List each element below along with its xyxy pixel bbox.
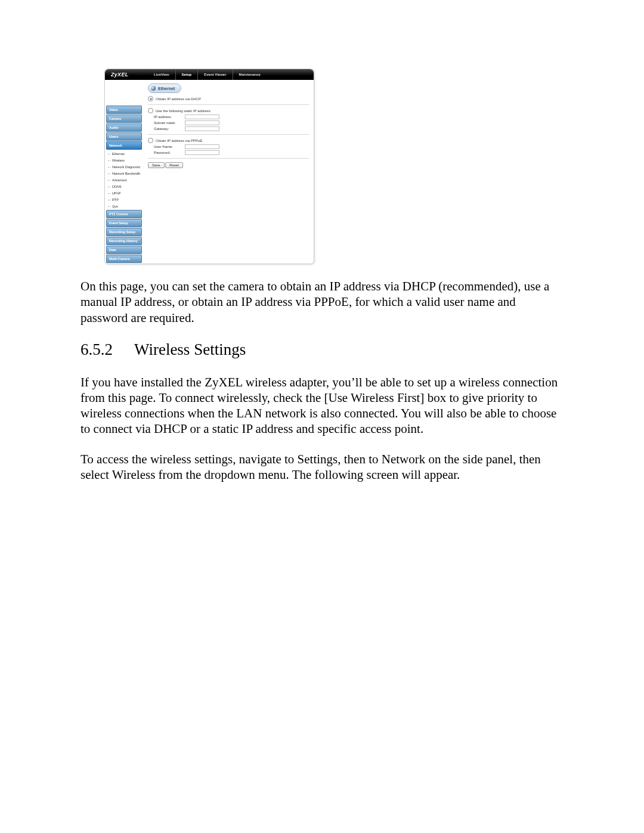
reset-button[interactable]: Reset [165,162,183,168]
topnav-eventviewer[interactable]: Event Viewer [197,69,232,80]
sidebar-item-network-bandwidth[interactable]: Network Bandwidth [106,170,142,176]
label-password: Password: [154,151,182,154]
topnav-setup[interactable]: Setup [175,69,198,80]
radio-static-label: Use the following static IP address: [156,109,211,113]
radio-icon [148,138,153,143]
app-topbar: ZyXEL LiveView Setup Event Viewer Mainte… [105,69,314,80]
sidebar-item-rtp[interactable]: RTP [106,196,142,203]
panel-title: Ethernet [148,83,181,93]
paragraph-2: If you have installed the ZyXEL wireless… [80,374,564,437]
sidebar-group-users[interactable]: Users [106,132,142,141]
heading-title: Wireless Settings [134,340,246,360]
input-ip[interactable] [185,114,219,119]
sidebar-item-qos[interactable]: Qos [106,203,142,209]
app-window: ZyXEL LiveView Setup Event Viewer Mainte… [104,69,314,264]
label-ip: IP address: [154,115,182,119]
sidebar-group-camera[interactable]: Camera [106,114,142,123]
radio-icon [148,96,153,101]
globe-icon [151,86,156,91]
heading-number: 6.5.2 [80,340,113,360]
document-body: On this page, you can set the camera to … [80,278,564,482]
save-button[interactable]: Save [148,162,165,168]
radio-dhcp-label: Obtain IP address via DHCP [156,97,201,101]
brand-logo: ZyXEL [105,72,148,78]
sidebar-group-video[interactable]: Video [106,106,142,114]
sidebar-group-network[interactable]: Network [106,141,142,150]
radio-dhcp[interactable]: Obtain IP address via DHCP [148,95,309,102]
radio-pppoe-label: Obtain IP address via PPPoE [156,139,202,143]
top-nav: LiveView Setup Event Viewer Maintenance [148,69,314,80]
field-gateway: Gateway: [148,126,309,132]
sidebar-group-date[interactable]: Date [106,246,142,254]
label-subnet: Subnet mask: [154,121,182,125]
app-body: Video Camera Audio Users Network Etherne… [105,80,314,264]
field-username: User Name: [148,144,309,150]
sidebar-group-event-setup[interactable]: Event Setup [106,219,142,227]
label-username: User Name: [154,145,182,148]
button-row: Save Reset [148,159,309,168]
sidebar-group-recording-setup[interactable]: Recording Setup [106,228,142,236]
sidebar-item-advanced[interactable]: Advanced [106,176,142,183]
sidebar: Video Camera Audio Users Network Etherne… [105,80,143,264]
topnav-liveview[interactable]: LiveView [148,69,175,80]
sidebar-group-multi-camera[interactable]: Multi-Camera [106,255,142,263]
radio-static[interactable]: Use the following static IP address: [148,107,309,114]
input-gateway[interactable] [185,126,219,131]
input-subnet[interactable] [185,120,219,125]
sidebar-item-ddns[interactable]: DDNS [106,183,142,190]
section-dhcp: Obtain IP address via DHCP [148,93,309,105]
field-ip: IP address: [148,114,309,120]
sidebar-item-ethernet[interactable]: Ethernet [106,150,142,157]
sidebar-item-network-diagnostic[interactable]: Network Diagnostic [106,163,142,170]
section-pppoe: Obtain IP address via PPPoE User Name: P… [148,135,309,159]
input-password[interactable] [185,150,219,155]
radio-icon [148,108,153,113]
input-username[interactable] [185,144,219,149]
field-password: Password: [148,150,309,156]
section-static: Use the following static IP address: IP … [148,105,309,135]
paragraph-1: On this page, you can set the camera to … [80,278,564,326]
section-heading: 6.5.2 Wireless Settings [80,340,564,360]
content-panel: Ethernet Obtain IP address via DHCP Use … [143,80,314,264]
document-page: ZyXEL LiveView Setup Event Viewer Mainte… [0,0,644,833]
label-gateway: Gateway: [154,127,182,131]
radio-pppoe[interactable]: Obtain IP address via PPPoE [148,137,309,144]
paragraph-3: To access the wireless settings, navigat… [80,451,564,483]
sidebar-item-wireless[interactable]: Wireless [106,157,142,163]
field-subnet: Subnet mask: [148,120,309,126]
panel-title-text: Ethernet [158,86,175,91]
sidebar-group-ptz[interactable]: PTZ Control [106,210,142,218]
sidebar-group-recording-history[interactable]: Recording History [106,237,142,245]
topnav-maintenance[interactable]: Maintenance [233,69,267,80]
sidebar-item-upnp[interactable]: UPnP [106,190,142,196]
sidebar-group-audio[interactable]: Audio [106,123,142,132]
